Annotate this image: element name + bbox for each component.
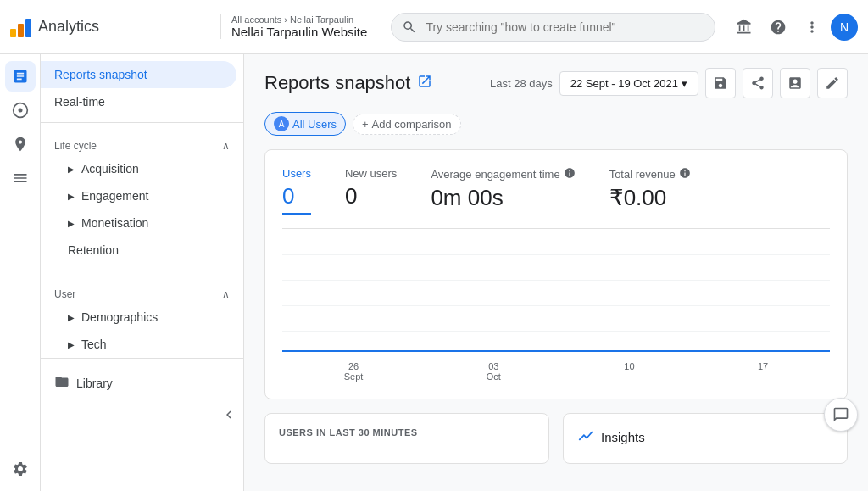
metric-total-revenue[interactable]: Total revenue ₹0.00 — [609, 167, 691, 211]
retention-label: Retention — [68, 243, 119, 257]
edit-btn[interactable] — [817, 68, 848, 98]
x-label-4: 17 — [758, 361, 768, 382]
chevron-right-icon: ▶ — [68, 165, 75, 174]
x-label-2: 03Oct — [487, 361, 501, 382]
add-comparison-label: Add comparison — [372, 118, 452, 131]
account-name[interactable]: Nellai Tarpaulin Website — [231, 25, 367, 39]
user-section: User ∧ — [41, 278, 243, 304]
user-label: User — [54, 288, 75, 300]
nav-demographics[interactable]: ▶ Demographics — [41, 304, 243, 331]
lifecycle-collapse-icon[interactable]: ∧ — [222, 140, 230, 152]
avg-engagement-info-icon[interactable] — [564, 167, 576, 181]
feedback-btn[interactable] — [824, 398, 858, 432]
chevron-right-icon-monetisation: ▶ — [68, 219, 75, 228]
nav-acquisition[interactable]: ▶ Acquisition — [41, 155, 243, 182]
monetisation-label: Monetisation — [81, 216, 148, 230]
sidebar-icon-reports[interactable] — [5, 61, 36, 92]
more-options-icon[interactable] — [797, 12, 827, 42]
nav-icons: N — [729, 12, 858, 42]
nav-engagement[interactable]: ▶ Engagement — [41, 182, 243, 209]
date-range-selector[interactable]: 22 Sept - 19 Oct 2021 ▾ — [559, 71, 698, 96]
x-axis: 26Sept 03Oct 10 17 — [282, 361, 830, 382]
users-30min-card: USERS IN LAST 30 MINUTES — [264, 413, 549, 464]
grid-line-1 — [282, 254, 830, 255]
real-time-label: Real-time — [54, 95, 105, 109]
total-revenue-value: ₹0.00 — [609, 185, 691, 211]
account-breadcrumb: All accounts › Nellai Tarpaulin — [231, 14, 367, 25]
top-nav: Analytics All accounts › Nellai Tarpauli… — [0, 0, 868, 54]
apps-icon[interactable] — [729, 12, 760, 42]
filter-row: A All Users + Add comparison — [264, 112, 848, 136]
main-layout: Reports snapshot Real-time Life cycle ∧ … — [0, 0, 868, 491]
date-label: Last 28 days — [490, 77, 553, 90]
tech-label: Tech — [81, 338, 107, 351]
sidebar-icon-explore[interactable] — [5, 95, 36, 126]
nav-library[interactable]: Library — [41, 365, 243, 400]
metric-new-users[interactable]: New users 0 — [345, 167, 397, 209]
avatar[interactable]: N — [831, 14, 858, 41]
nav-reports-snapshot[interactable]: Reports snapshot — [41, 61, 236, 88]
grid-line-2 — [282, 280, 830, 281]
acquisition-label: Acquisition — [81, 162, 139, 176]
lifecycle-section: Life cycle ∧ — [41, 130, 243, 155]
chevron-down-icon: ▾ — [682, 77, 687, 90]
nav-sidebar: Reports snapshot Real-time Life cycle ∧ … — [41, 54, 244, 491]
nav-real-time[interactable]: Real-time — [41, 88, 243, 115]
bottom-cards: USERS IN LAST 30 MINUTES Insights — [264, 413, 848, 464]
chart-card: Users 0 New users 0 Average engagement t… — [264, 149, 848, 399]
sidebar-icon-configure[interactable] — [5, 163, 36, 193]
share-btn[interactable] — [743, 68, 773, 98]
reports-header: Reports snapshot Last 28 days 22 Sept - … — [264, 68, 848, 98]
help-icon[interactable] — [763, 12, 793, 42]
grid-line-4 — [282, 331, 830, 332]
svg-point-1 — [18, 109, 22, 113]
plus-icon: + — [362, 118, 369, 131]
sidebar-settings-icon[interactable] — [5, 454, 36, 484]
metrics-row: Users 0 New users 0 Average engagement t… — [282, 167, 830, 229]
users-30min-title: USERS IN LAST 30 MINUTES — [279, 427, 535, 438]
search-input[interactable] — [391, 13, 715, 42]
nav-tech[interactable]: ▶ Tech — [41, 331, 243, 358]
nav-retention[interactable]: Retention — [41, 237, 243, 264]
logo-area: Analytics — [10, 17, 214, 37]
collapse-sidebar-btn[interactable] — [41, 400, 243, 429]
save-report-btn[interactable] — [705, 68, 736, 98]
demographics-label: Demographics — [81, 310, 158, 324]
all-users-chip[interactable]: A All Users — [264, 112, 346, 136]
reports-title: Reports snapshot — [264, 72, 432, 94]
users-label: Users — [282, 167, 311, 180]
avg-engagement-label: Average engagement time — [431, 167, 575, 181]
avg-engagement-value: 0m 00s — [431, 185, 575, 211]
total-revenue-info-icon[interactable] — [679, 167, 691, 181]
app-title: Analytics — [38, 18, 99, 36]
grid-line-3 — [282, 305, 830, 306]
search-bar[interactable] — [391, 13, 715, 42]
library-label: Library — [76, 377, 113, 390]
new-users-label: New users — [345, 167, 397, 180]
total-revenue-label: Total revenue — [609, 167, 691, 181]
reports-snapshot-label: Reports snapshot — [54, 68, 147, 81]
insights-trend-icon — [577, 427, 594, 447]
chevron-right-icon-demographics: ▶ — [68, 313, 75, 322]
insights-label: Insights — [601, 430, 645, 444]
x-label-3: 10 — [624, 361, 634, 382]
chart-area: 26Sept 03Oct 10 17 — [282, 246, 830, 382]
reports-actions: Last 28 days 22 Sept - 19 Oct 2021 ▾ — [490, 68, 848, 98]
nav-monetisation[interactable]: ▶ Monetisation — [41, 209, 243, 237]
metric-avg-engagement[interactable]: Average engagement time 0m 00s — [431, 167, 575, 211]
all-users-label: All Users — [292, 118, 337, 131]
users-value: 0 — [282, 183, 311, 209]
sidebar-icon-advertising[interactable] — [5, 129, 36, 159]
insights-btn[interactable] — [780, 68, 810, 98]
insights-content: Insights — [577, 427, 833, 447]
main-content: Reports snapshot Last 28 days 22 Sept - … — [244, 54, 868, 491]
icon-sidebar — [0, 54, 41, 491]
metric-users[interactable]: Users 0 — [282, 167, 311, 215]
external-link-icon[interactable] — [417, 74, 432, 92]
library-folder-icon — [54, 374, 70, 392]
new-users-value: 0 — [345, 183, 397, 209]
add-comparison-btn[interactable]: + Add comparison — [353, 114, 461, 135]
engagement-label: Engagement — [81, 189, 148, 203]
chart-line — [282, 350, 830, 352]
user-collapse-icon[interactable]: ∧ — [222, 288, 230, 300]
